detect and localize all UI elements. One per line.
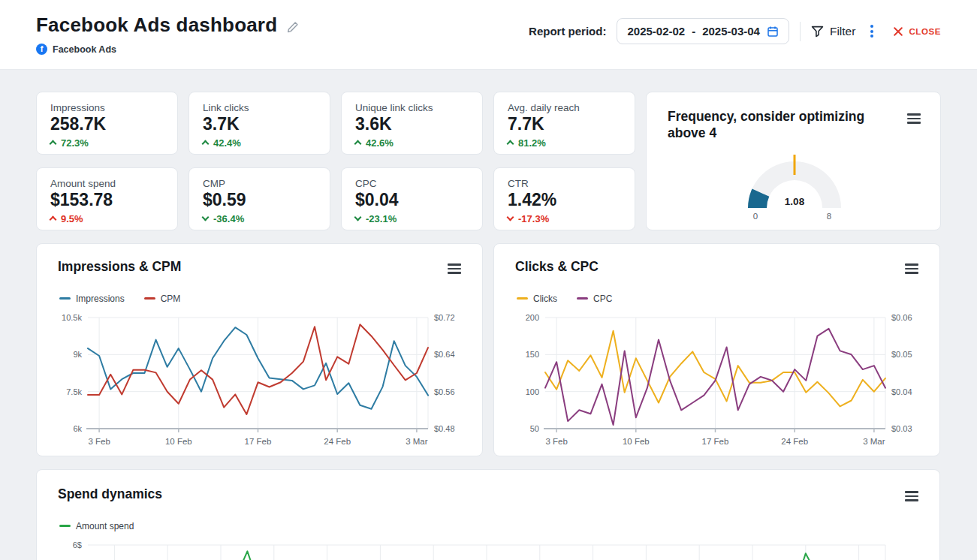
kpi-value: 258.7K [50, 114, 164, 135]
kpi-value: $153.78 [50, 190, 164, 211]
svg-text:150: 150 [526, 350, 539, 359]
data-source: f Facebook Ads [36, 44, 300, 55]
kpi-change: 9.5% [50, 213, 164, 224]
edit-title-icon[interactable] [286, 20, 300, 34]
chart-menu-icon[interactable] [448, 259, 461, 278]
date-to: 2025-03-04 [702, 25, 760, 38]
chart-menu-icon[interactable] [907, 109, 921, 128]
source-label: Facebook Ads [53, 44, 116, 55]
trend-up-icon [50, 216, 57, 224]
kpi-change: 42.6% [355, 137, 469, 149]
legend-swatch [59, 525, 71, 527]
header: Facebook Ads dashboard f Facebook Ads Re… [0, 0, 977, 70]
kpi-change: -23.1% [355, 213, 469, 224]
kpi-change: -17.3% [508, 213, 621, 224]
chart-legend: Amount spend [59, 521, 918, 531]
chart-menu-icon[interactable] [905, 259, 918, 278]
chart-title: Clicks & CPC [515, 259, 599, 275]
kpi-change-value: 81.2% [518, 137, 546, 149]
legend-label: Impressions [76, 294, 125, 304]
filter-button[interactable]: Filter [811, 25, 855, 38]
legend-swatch [577, 297, 588, 300]
kpi-label: Unique link clicks [355, 102, 469, 113]
legend-label: CPM [161, 294, 181, 304]
legend-item-cpm[interactable]: CPM [144, 294, 181, 304]
kpi-value: 3.7K [203, 114, 316, 135]
kpi-label: CPC [355, 178, 469, 189]
kpi-change-value: -17.3% [518, 213, 549, 224]
frequency-gauge: 1.0808 [668, 148, 921, 224]
trend-up-icon [50, 140, 57, 148]
impressions-cpm-card: Impressions & CPM ImpressionsCPM 10.5k9k… [36, 243, 483, 456]
header-left: Facebook Ads dashboard f Facebook Ads [36, 14, 300, 55]
kpi-change: 81.2% [508, 137, 621, 149]
svg-text:50: 50 [530, 424, 539, 433]
kpi-value: $0.04 [355, 190, 469, 211]
svg-text:$0.04: $0.04 [891, 387, 912, 396]
svg-text:17 Feb: 17 Feb [245, 437, 272, 446]
legend-label: Clicks [533, 294, 557, 304]
impressions-cpm-chart: 10.5k9k7.5k6k$0.72$0.64$0.56$0.483 Feb10… [58, 310, 461, 456]
kpi-change: 72.3% [50, 137, 164, 149]
kpi-label: CTR [508, 178, 621, 189]
legend-item-amount-spend[interactable]: Amount spend [59, 521, 134, 531]
chart-menu-icon[interactable] [905, 486, 918, 506]
kpi-card-unique-link-clicks: Unique link clicks3.6K42.6% [341, 92, 483, 155]
kpi-change-value: -23.1% [366, 213, 397, 224]
svg-text:0: 0 [752, 212, 757, 221]
svg-text:$0.72: $0.72 [434, 313, 455, 322]
svg-text:$0.64: $0.64 [434, 350, 455, 359]
kpi-card-link-clicks: Link clicks3.7K42.4% [188, 92, 330, 155]
clicks-cpc-card: Clicks & CPC ClicksCPC 20015010050$0.06$… [493, 243, 940, 456]
trend-down-icon [202, 214, 210, 221]
kpi-change: 42.4% [203, 137, 316, 149]
kpi-change-value: 9.5% [61, 213, 83, 224]
legend-item-impressions[interactable]: Impressions [59, 294, 125, 304]
date-separator: - [692, 25, 695, 38]
chart-title: Impressions & CPM [58, 259, 181, 275]
kpi-change-value: 42.6% [366, 137, 394, 149]
legend-item-clicks[interactable]: Clicks [517, 294, 557, 304]
legend-item-cpc[interactable]: CPC [577, 294, 612, 304]
svg-text:10 Feb: 10 Feb [165, 437, 192, 446]
svg-text:$0.03: $0.03 [891, 424, 912, 433]
legend-label: Amount spend [76, 521, 134, 531]
kpi-change-value: -36.4% [213, 213, 244, 224]
kpi-label: Link clicks [203, 102, 316, 113]
svg-text:$0.06: $0.06 [891, 313, 912, 322]
svg-text:24 Feb: 24 Feb [324, 437, 351, 446]
kpi-change: -36.4% [203, 213, 316, 224]
svg-text:6k: 6k [73, 424, 82, 433]
chart-legend: ClicksCPC [517, 294, 918, 304]
calendar-icon [767, 26, 779, 38]
kpi-card-amount-spend: Amount spend$153.789.5% [36, 167, 178, 230]
svg-text:17 Feb: 17 Feb [702, 437, 729, 446]
svg-text:6$: 6$ [73, 540, 82, 549]
page-title: Facebook Ads dashboard [36, 14, 277, 37]
svg-text:$0.56: $0.56 [434, 387, 455, 396]
kpi-grid: Impressions258.7K72.3%Link clicks3.7K42.… [36, 92, 635, 230]
kpi-label: Impressions [50, 102, 164, 113]
svg-text:10 Feb: 10 Feb [623, 437, 650, 446]
trend-up-icon [202, 140, 210, 148]
trend-up-icon [507, 140, 514, 148]
svg-text:3 Feb: 3 Feb [88, 437, 110, 446]
clicks-cpc-chart: 20015010050$0.06$0.05$0.04$0.033 Feb10 F… [515, 310, 918, 456]
kpi-label: Avg. daily reach [508, 102, 621, 113]
spend-dynamics-chart: 6$ [58, 537, 918, 560]
kpi-label: CMP [203, 178, 316, 189]
filter-label: Filter [830, 25, 855, 38]
close-button[interactable]: CLOSE [893, 26, 941, 37]
kpi-value: 7.7K [508, 114, 621, 135]
kpi-card-cmp: CMP$0.59-36.4% [188, 167, 330, 230]
header-controls: Report period: 2025-02-02 - 2025-03-04 F… [529, 18, 941, 44]
date-from: 2025-02-02 [627, 25, 685, 38]
date-range-picker[interactable]: 2025-02-02 - 2025-03-04 [617, 18, 789, 44]
kpi-label: Amount spend [50, 178, 164, 189]
svg-text:100: 100 [526, 387, 539, 396]
filter-icon [811, 26, 824, 38]
more-options-kebab-icon[interactable] [866, 22, 878, 41]
svg-text:3 Feb: 3 Feb [545, 437, 567, 446]
legend-swatch [517, 297, 528, 300]
kpi-change-value: 72.3% [61, 137, 89, 149]
